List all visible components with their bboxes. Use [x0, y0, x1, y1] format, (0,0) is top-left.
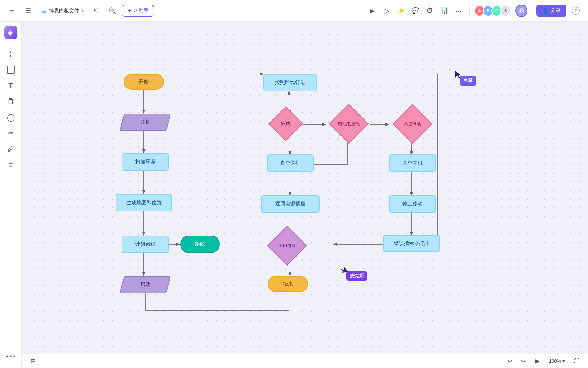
select-tool[interactable]: ⊹	[4, 47, 18, 61]
node-start-label: 开始	[139, 79, 149, 85]
list-icon: ≡	[9, 161, 13, 169]
ai-logo-icon: ✦	[127, 8, 132, 14]
toolbar-left: ← ☰ ☁ 博思白板文件 ▾ 🏷 🔍 ✦ AI助手	[6, 4, 154, 17]
file-name-label: 博思白板文件	[49, 8, 79, 14]
toolbar: ← ☰ ☁ 博思白板文件 ▾ 🏷 🔍 ✦ AI助手 ▶ ▷ ⚡ 💬 ⏱ 📊	[0, 0, 588, 22]
zoom-level-label: 100%	[549, 358, 561, 364]
play-circle-icon: ▷	[384, 7, 389, 15]
brush-tool[interactable]: 🖊	[4, 142, 18, 156]
bottom-left: ⊞	[27, 356, 38, 367]
undo-button[interactable]: ↩	[504, 356, 515, 367]
node-launch[interactable]: 启动	[122, 276, 169, 293]
back-icon: ←	[9, 7, 15, 14]
cursor-baiqin-arrow	[454, 70, 463, 79]
node-vacuum-off1-label: 真空关机	[280, 160, 300, 166]
node-navigate-label: 按照路线行进	[275, 79, 305, 86]
node-vacuum-off1[interactable]: 真空关机	[267, 154, 314, 172]
node-scan-label: 扫描环境	[135, 159, 155, 165]
text-tool[interactable]: T	[4, 78, 18, 93]
node-done-label: 完成	[281, 121, 290, 127]
tag-button[interactable]: 🏷	[90, 4, 103, 17]
node-vacuum-off2[interactable]: 真空关机	[389, 154, 436, 172]
text-icon: T	[8, 82, 13, 90]
file-chevron-icon: ▾	[81, 8, 84, 13]
forward-icon: ▶	[370, 8, 374, 14]
search-button[interactable]: 🔍	[106, 4, 119, 17]
brand-icon: ◈	[4, 26, 17, 39]
node-scan[interactable]: 扫描环境	[122, 153, 169, 171]
flow-connections	[22, 22, 588, 354]
select-icon: ⊹	[8, 49, 14, 58]
zoom-dropdown-icon: ▾	[562, 358, 565, 364]
file-name-button[interactable]: ☁ 博思白板文件 ▾	[37, 5, 87, 16]
help-button[interactable]: ?	[569, 4, 582, 17]
history-button[interactable]: ⏱	[423, 4, 436, 17]
node-route[interactable]: 路线	[180, 236, 220, 253]
bottom-bar: ⊞ ↩ ↪ ▶ 100% ▾ ⛶	[22, 354, 588, 368]
toolbar-divider-2	[532, 6, 532, 16]
frame-tool[interactable]	[4, 62, 18, 77]
ai-button[interactable]: ✦ AI助手	[122, 5, 154, 17]
svg-marker-20	[340, 267, 348, 276]
play-canvas-icon: ▶	[535, 358, 539, 364]
more-tools-sidebar[interactable]: • • •	[4, 349, 18, 364]
frame-icon	[7, 66, 15, 74]
forward-button[interactable]: ▶	[366, 4, 379, 17]
more-tools-button[interactable]: ⋯	[452, 4, 465, 17]
node-vacuum-full[interactable]: 真空满载	[389, 112, 436, 136]
lightning-button[interactable]: ⚡	[395, 4, 407, 17]
sticky-tool[interactable]: 🗒	[4, 94, 18, 109]
pen-tool[interactable]: ✏	[4, 126, 18, 140]
share-button[interactable]: 👤 分享	[536, 5, 566, 17]
more-tools-icon: ⋯	[455, 7, 462, 15]
minimap-button[interactable]: ⊞	[27, 356, 38, 367]
redo-icon: ↪	[521, 358, 526, 364]
pen-icon: ✏	[8, 129, 14, 137]
canvas[interactable]: 开始 开机 扫描环境 生成地图和位置 计划路线 路线 启动 按照路线行进 完成	[22, 22, 588, 354]
fullscreen-button[interactable]: ⛶	[571, 356, 582, 367]
comment-button[interactable]: 💬	[409, 4, 422, 17]
chart-button[interactable]: 📊	[438, 4, 451, 17]
menu-icon: ☰	[25, 7, 31, 15]
more-sidebar-icon: • • •	[6, 353, 15, 360]
node-return-power[interactable]: 返回电源插座	[261, 195, 320, 213]
node-close-power[interactable]: 关闭电源	[264, 234, 311, 258]
node-power-on[interactable]: 开机	[122, 114, 169, 131]
brush-icon: 🖊	[7, 145, 14, 153]
node-stop-move[interactable]: 停止移动	[389, 195, 436, 213]
node-power-on-label: 开机	[140, 119, 150, 126]
menu-button[interactable]: ☰	[22, 4, 35, 17]
share-label: 分享	[551, 8, 561, 14]
redo-button[interactable]: ↪	[518, 356, 529, 367]
shape-tool[interactable]: ◯	[4, 110, 18, 124]
play-button[interactable]: ▷	[380, 4, 393, 17]
cursor-max-arrow	[338, 265, 350, 277]
node-plan[interactable]: 计划路线	[122, 236, 169, 253]
lightning-icon: ⚡	[397, 7, 405, 15]
node-battery-low[interactable]: 电池电量低	[325, 112, 372, 136]
node-generate[interactable]: 生成地图和位置	[116, 194, 172, 211]
toolbar-divider	[469, 6, 470, 16]
minimap-icon: ⊞	[31, 358, 35, 364]
node-plan-label: 计划路线	[135, 241, 155, 247]
node-error-light[interactable]: 错误指示器打开	[383, 235, 440, 252]
node-start[interactable]: 开始	[124, 74, 164, 90]
node-battery-low-label: 电池电量低	[338, 121, 360, 126]
avatar-self: 我	[515, 5, 527, 17]
search-icon: 🔍	[108, 7, 116, 15]
node-end-label: 结束	[283, 281, 293, 287]
cursor-max-label: 麦克斯	[346, 271, 368, 281]
node-done[interactable]: 完成	[267, 112, 305, 136]
list-tool[interactable]: ≡	[4, 158, 18, 172]
undo-icon: ↩	[507, 358, 512, 364]
help-icon: ?	[572, 7, 580, 15]
ai-label: AI助手	[134, 8, 149, 14]
play-canvas-button[interactable]: ▶	[532, 356, 543, 367]
node-close-power-label: 关闭电源	[276, 243, 299, 248]
back-button[interactable]: ←	[6, 4, 19, 17]
node-end[interactable]: 结束	[268, 276, 308, 292]
node-navigate[interactable]: 按照路线行进	[263, 74, 317, 91]
node-route-label: 路线	[195, 241, 205, 247]
cloud-icon: ☁	[41, 7, 47, 14]
zoom-level-button[interactable]: 100% ▾	[545, 357, 569, 365]
